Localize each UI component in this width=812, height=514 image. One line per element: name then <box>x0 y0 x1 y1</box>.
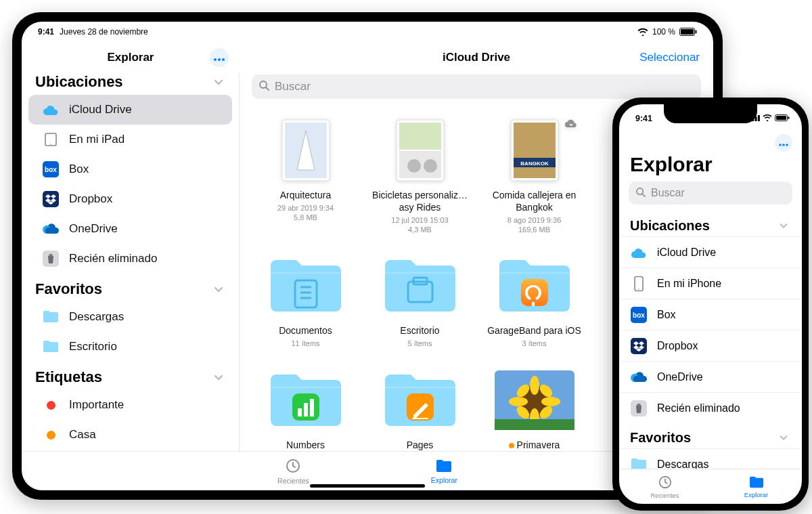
home-indicator[interactable] <box>310 484 425 488</box>
svg-text:box: box <box>45 166 57 173</box>
group-header-favorites[interactable]: Favoritos <box>22 274 239 302</box>
sidebar-item[interactable]: Descargas <box>619 449 802 469</box>
trash-icon <box>42 250 60 267</box>
more-button[interactable] <box>775 134 792 152</box>
svg-rect-61 <box>758 115 760 121</box>
file-name: Escritorio <box>367 325 472 337</box>
sidebar-item-label: Box <box>657 309 676 321</box>
file-meta: 29 abr 2019 9:345,8 MB <box>253 203 358 223</box>
tab-browse[interactable]: Explorar <box>431 458 457 484</box>
svg-text:BANGKOK: BANGKOK <box>520 160 549 167</box>
sidebar-item[interactable]: Dropbox <box>619 330 802 362</box>
group-header-tags[interactable]: Etiquetas <box>22 362 239 390</box>
sidebar-item-label: Escritorio <box>69 340 117 354</box>
search-input[interactable]: Buscar <box>252 74 701 99</box>
sidebar-item[interactable]: iCloud Drive <box>619 237 802 268</box>
sidebar-tag-item[interactable]: Importante <box>28 390 232 420</box>
file-name: Comida callejera en Bangkok <box>482 190 587 214</box>
svg-rect-10 <box>43 191 59 207</box>
file-thumbnail <box>490 366 579 434</box>
svg-point-67 <box>786 144 788 146</box>
svg-point-46 <box>530 376 539 395</box>
svg-line-18 <box>266 87 269 90</box>
sidebar-item[interactable]: En mi iPad <box>28 125 232 154</box>
sidebar-item-label: Dropbox <box>657 340 698 352</box>
file-name: Documentos <box>253 325 358 337</box>
sidebar-item-label: Casa <box>69 428 96 442</box>
sidebar-item-label: OneDrive <box>69 222 118 236</box>
status-bar: 9:41 Jueves 28 de noviembre 100 % <box>22 22 713 42</box>
tab-recents[interactable]: Recientes <box>277 458 309 485</box>
file-item[interactable]: Pages8 ítems <box>367 366 472 451</box>
box-icon: box <box>42 160 60 178</box>
file-item[interactable]: Bicicletas personaliz…asy Rides12 jul 20… <box>367 116 472 234</box>
sidebar-item[interactable]: Dropbox <box>28 184 232 214</box>
svg-point-49 <box>541 397 560 406</box>
file-item[interactable]: GarageBand para iOS3 ítems <box>482 252 587 348</box>
sidebar-item-label: Importante <box>69 398 124 412</box>
file-item[interactable]: Documentos11 ítems <box>253 252 358 348</box>
search-icon <box>635 187 646 200</box>
group-header-favorites[interactable]: Favoritos <box>619 423 802 448</box>
svg-point-65 <box>779 144 782 146</box>
folder-icon <box>748 475 765 490</box>
sidebar-item[interactable]: Descargas <box>28 302 232 332</box>
ipad-screen: 9:41 Jueves 28 de noviembre 100 % Explor… <box>22 22 713 490</box>
tab-browse[interactable]: Explorar <box>710 469 802 504</box>
sidebar-item[interactable]: Recién eliminado <box>619 393 802 423</box>
sidebar-item[interactable]: En mi iPhone <box>619 268 802 299</box>
cloud-icon <box>42 101 60 119</box>
file-thumbnail: BANGKOK <box>490 116 579 184</box>
file-item[interactable]: BANGKOKComida callejera en Bangkok8 ago … <box>482 116 587 234</box>
svg-rect-42 <box>310 399 314 416</box>
file-meta: 3 ítems <box>482 339 587 348</box>
sidebar-item[interactable]: boxBox <box>28 154 232 184</box>
cloud-icon <box>630 244 648 261</box>
dropbox-icon <box>630 337 648 355</box>
group-header-locations[interactable]: Ubicaciones <box>22 73 239 95</box>
sidebar-item-label: Dropbox <box>69 192 112 206</box>
sidebar: Ubicaciones iCloud DriveEn mi iPadboxBox… <box>22 73 240 451</box>
sidebar-item[interactable]: boxBox <box>619 299 802 330</box>
nav-row: Explorar iCloud Drive Seleccionar <box>22 42 713 73</box>
group-header-locations[interactable]: Ubicaciones <box>619 211 802 236</box>
folder-icon <box>435 458 453 475</box>
sidebar-item[interactable]: iCloud Drive <box>28 95 232 125</box>
svg-point-4 <box>218 58 221 61</box>
file-item[interactable]: Arquitectura29 abr 2019 9:345,8 MB <box>253 116 358 234</box>
sidebar-tag-item[interactable]: Casa <box>28 420 232 450</box>
file-meta: 5 ítems <box>367 339 472 348</box>
more-button[interactable] <box>210 48 229 67</box>
search-placeholder: Buscar <box>275 80 311 93</box>
iphone-device: 9:41 Explorar Buscar Ubicaciones iCloud … <box>612 98 809 511</box>
file-meta: 11 ítems <box>253 339 358 348</box>
main-title: iCloud Drive <box>240 51 713 64</box>
sidebar-item[interactable]: OneDrive <box>619 362 802 393</box>
battery-icon <box>775 114 790 123</box>
file-item[interactable]: Escritorio5 ítems <box>367 252 472 348</box>
file-name: Pages <box>367 440 472 451</box>
sidebar-item-label: Recién eliminado <box>69 252 157 265</box>
status-time: 9:41 <box>635 114 652 123</box>
file-item[interactable]: Primavera25 ago 2019 11:08 <box>482 366 587 451</box>
sidebar-item[interactable]: Escritorio <box>28 332 232 362</box>
svg-line-69 <box>642 194 645 196</box>
onedrive-icon <box>630 368 648 386</box>
sidebar-item[interactable]: OneDrive <box>28 214 232 244</box>
sidebar-item-label: Box <box>69 163 89 176</box>
tag-dot-icon <box>509 443 514 448</box>
tab-bar: Recientes Explorar <box>619 469 802 504</box>
iphone-icon <box>630 275 648 293</box>
tab-label: Explorar <box>431 476 457 484</box>
file-item[interactable]: Numbers5 ítems <box>253 366 358 451</box>
tab-recents[interactable]: Recientes <box>619 469 710 504</box>
sidebar-item[interactable]: Recién eliminado <box>28 244 232 274</box>
tab-label: Recientes <box>650 492 679 499</box>
svg-point-26 <box>424 159 437 173</box>
tab-label: Explorar <box>744 491 768 498</box>
trash-icon <box>630 400 648 417</box>
file-name: Primavera <box>482 440 587 451</box>
onedrive-icon <box>42 220 60 238</box>
search-input[interactable]: Buscar <box>629 181 792 205</box>
tab-label: Recientes <box>277 477 309 485</box>
